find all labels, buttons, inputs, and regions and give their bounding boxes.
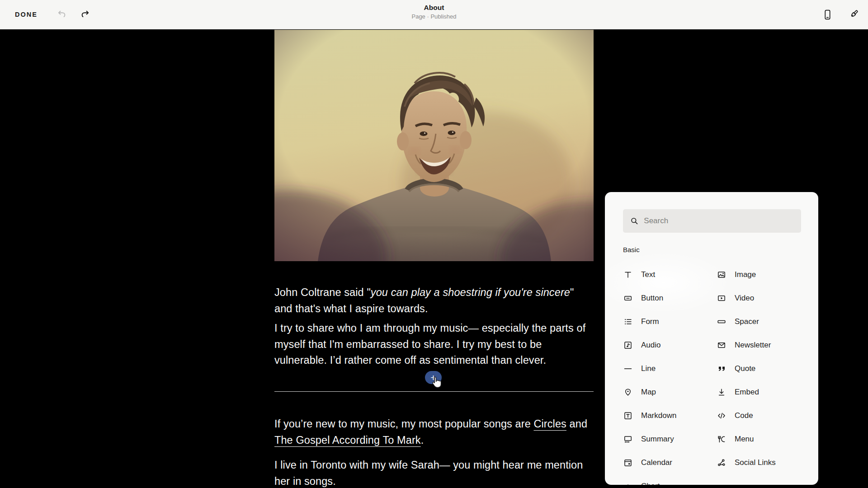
code-icon — [717, 411, 726, 421]
p1-italic-quote: you can play a shoestring if you're sinc… — [371, 286, 570, 298]
menu-item-label: Form — [641, 317, 659, 326]
map-pin-icon — [623, 387, 633, 397]
audio-icon — [623, 340, 633, 350]
paragraph-popular-songs[interactable]: If you’re new to my music, my most popul… — [274, 416, 594, 448]
quote-icon — [717, 364, 726, 374]
menu-item-label: Calendar — [641, 458, 672, 467]
newsletter-envelope-icon — [717, 340, 726, 350]
menu-item-form[interactable]: Form — [623, 310, 713, 333]
menu-item-label: Button — [641, 294, 663, 303]
menu-item-label: Line — [641, 364, 656, 373]
menu-item-quote[interactable]: Quote — [717, 357, 814, 380]
chart-icon — [623, 481, 633, 485]
menu-item-label: Newsletter — [735, 341, 771, 350]
search-icon — [630, 216, 638, 225]
add-block-panel: Basic Text Button Form Audio Line Map — [605, 192, 818, 485]
menu-item-social-links[interactable]: Social Links — [717, 451, 814, 474]
menu-item-text[interactable]: Text — [623, 263, 713, 286]
p3-text: If you’re new to my music, my most popul… — [274, 418, 533, 430]
menu-item-menu[interactable]: Menu — [717, 427, 814, 451]
summary-icon — [623, 434, 633, 444]
page-title: About — [0, 4, 868, 12]
p3-text-between: and — [566, 418, 587, 430]
calendar-icon — [623, 458, 633, 468]
section-label-basic: Basic — [623, 246, 640, 253]
block-search-bar[interactable] — [623, 209, 801, 233]
menu-item-map[interactable]: Map — [623, 380, 713, 404]
social-links-icon — [717, 458, 726, 468]
paragraph-share-music[interactable]: I try to share who I am through my music… — [274, 320, 594, 369]
menu-item-label: Markdown — [641, 411, 676, 420]
search-input[interactable] — [644, 216, 794, 225]
menu-item-image[interactable]: Image — [717, 263, 814, 286]
menu-item-calendar[interactable]: Calendar — [623, 451, 713, 474]
device-preview-icon[interactable] — [821, 9, 833, 20]
menu-item-label: Audio — [641, 341, 660, 350]
paragraph-coltrane-quote[interactable]: John Coltrane said "you can play a shoes… — [274, 285, 594, 317]
page-header: About Page · Published — [0, 4, 868, 20]
markdown-icon — [623, 411, 633, 421]
menu-item-label: Video — [735, 294, 754, 303]
done-button[interactable]: DONE — [15, 0, 38, 29]
page-status: Page · Published — [0, 13, 868, 20]
insert-block-plus-button[interactable]: + — [425, 371, 442, 384]
line-icon — [623, 364, 633, 374]
undo-icon[interactable] — [56, 9, 68, 20]
menu-item-code[interactable]: Code — [717, 404, 814, 427]
link-gospel-according-to-mark[interactable]: The Gospel According To Mark — [274, 434, 421, 446]
block-menu-left-column: Text Button Form Audio Line Map Markdown — [623, 263, 713, 485]
menu-item-chart[interactable]: Chart — [623, 474, 713, 485]
spacer-icon — [717, 317, 726, 327]
link-circles[interactable]: Circles — [533, 418, 566, 430]
menu-item-label: Social Links — [735, 458, 776, 467]
menu-item-newsletter[interactable]: Newsletter — [717, 333, 814, 357]
menu-item-label: Image — [735, 270, 756, 279]
menu-item-spacer[interactable]: Spacer — [717, 310, 814, 333]
menu-item-label: Chart — [641, 482, 660, 485]
menu-item-label: Menu — [735, 435, 754, 444]
text-icon — [623, 270, 633, 280]
line-block-divider[interactable] — [274, 391, 594, 392]
menu-item-summary[interactable]: Summary — [623, 427, 713, 451]
menu-item-label: Text — [641, 270, 655, 279]
menu-item-label: Code — [735, 411, 753, 420]
menu-item-label: Embed — [735, 388, 759, 397]
paragraph-toronto[interactable]: I live in Toronto with my wife Sarah— yo… — [274, 457, 594, 488]
menu-item-embed[interactable]: Embed — [717, 380, 814, 404]
menu-item-label: Map — [641, 388, 656, 397]
menu-item-audio[interactable]: Audio — [623, 333, 713, 357]
menu-item-label: Summary — [641, 435, 674, 444]
image-icon — [717, 270, 726, 280]
p1-text: John Coltrane said " — [274, 286, 371, 298]
menu-item-button[interactable]: Button — [623, 286, 713, 310]
menu-item-video[interactable]: Video — [717, 286, 814, 310]
portrait-photo[interactable] — [274, 30, 594, 261]
site-styles-brush-icon[interactable] — [848, 9, 859, 20]
menu-item-markdown[interactable]: Markdown — [623, 404, 713, 427]
button-icon — [623, 293, 633, 303]
editor-topbar: DONE About Page · Published — [0, 0, 868, 29]
redo-icon[interactable] — [79, 9, 91, 20]
menu-item-label: Spacer — [735, 317, 759, 326]
content-column: John Coltrane said "you can play a shoes… — [274, 29, 594, 488]
menu-fork-icon — [717, 434, 726, 444]
menu-item-label: Quote — [735, 364, 755, 373]
video-icon — [717, 293, 726, 303]
form-icon — [623, 317, 633, 327]
menu-item-line[interactable]: Line — [623, 357, 713, 380]
embed-download-icon — [717, 387, 726, 397]
p3-text-after: . — [421, 434, 424, 446]
block-menu-right-column: Image Video Spacer Newsletter Quote Embe… — [717, 263, 814, 474]
